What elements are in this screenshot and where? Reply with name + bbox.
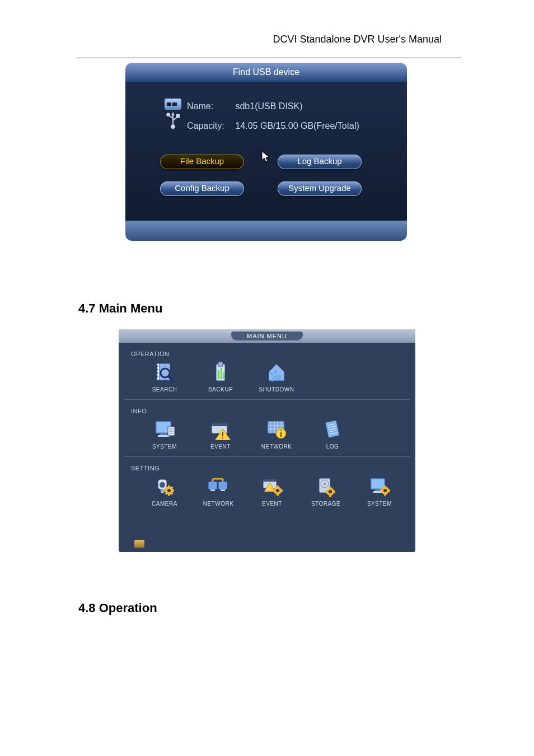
- category-info: INFO: [131, 408, 415, 414]
- event-setting-item[interactable]: EVENT: [256, 476, 288, 507]
- category-setting: SETTING: [131, 465, 415, 472]
- dialog-body: Name: sdb1(USB DISK) Capacity: 14.05 GB/…: [125, 82, 407, 221]
- svg-line-63: [171, 493, 172, 494]
- network-info-label: NETWORK: [261, 444, 292, 450]
- backup-item[interactable]: BACKUP: [205, 362, 236, 393]
- horizontal-rule: [76, 58, 461, 58]
- svg-rect-3: [177, 115, 180, 118]
- svg-rect-93: [372, 479, 384, 488]
- storage-setting-label: STORAGE: [311, 501, 340, 507]
- divider: [124, 456, 410, 457]
- svg-rect-27: [158, 435, 169, 437]
- svg-rect-37: [222, 437, 223, 438]
- svg-rect-46: [280, 430, 282, 431]
- system-info-label: SYSTEM: [152, 444, 177, 450]
- log-item[interactable]: LOG: [317, 419, 348, 450]
- svg-rect-34: [212, 423, 227, 426]
- shutdown-icon: [264, 362, 289, 383]
- svg-rect-17: [221, 368, 222, 379]
- network-setting-icon: [206, 476, 231, 497]
- dialog-title: Find USB device: [125, 63, 407, 82]
- svg-point-10: [157, 372, 158, 374]
- name-value: sdb1(USB DISK): [235, 101, 302, 111]
- find-usb-dialog: Find USB device Name:: [125, 63, 407, 241]
- network-info-item[interactable]: NETWORK: [261, 419, 292, 450]
- svg-line-62: [166, 487, 167, 488]
- svg-rect-68: [218, 482, 227, 489]
- system-info-icon: [152, 419, 177, 440]
- svg-rect-73: [221, 489, 225, 491]
- svg-rect-56: [161, 489, 164, 493]
- svg-point-8: [157, 366, 158, 367]
- name-label: Name:: [187, 101, 233, 111]
- svg-point-9: [157, 369, 158, 370]
- svg-rect-15: [218, 362, 223, 366]
- network-info-icon: [264, 419, 289, 440]
- system-upgrade-button[interactable]: System Upgrade: [278, 181, 362, 196]
- page-header: DCVI Standalone DVR User's Manual: [273, 34, 442, 45]
- svg-point-91: [329, 490, 332, 493]
- camera-setting-label: CAMERA: [152, 501, 177, 507]
- network-setting-label: NETWORK: [203, 501, 234, 507]
- svg-rect-18: [223, 372, 224, 379]
- name-row: Name: sdb1(USB DISK): [187, 101, 303, 111]
- titlebar-label: MAIN MENU: [231, 332, 303, 340]
- shutdown-label: SHUTDOWN: [259, 386, 294, 393]
- log-icon: [320, 419, 345, 440]
- svg-rect-26: [160, 433, 167, 435]
- svg-point-1: [171, 125, 175, 128]
- file-backup-button[interactable]: File Backup: [160, 155, 244, 169]
- system-info-item[interactable]: SYSTEM: [149, 419, 180, 450]
- svg-rect-75: [263, 479, 277, 482]
- svg-point-82: [276, 489, 279, 492]
- svg-line-65: [171, 487, 172, 488]
- storage-setting-item[interactable]: STORAGE: [310, 476, 341, 507]
- svg-rect-28: [168, 427, 175, 436]
- camera-setting-icon: [152, 476, 177, 497]
- svg-line-64: [166, 493, 167, 494]
- svg-marker-4: [171, 112, 175, 115]
- setting-row: CAMERA NETWORK: [119, 474, 415, 514]
- network-setting-item[interactable]: NETWORK: [203, 476, 234, 507]
- svg-rect-94: [375, 489, 381, 491]
- operation-row: SEARCH BACKUP: [119, 360, 415, 399]
- event-info-label: EVENT: [210, 444, 231, 450]
- section-4-8: 4.8 Operation: [78, 601, 157, 615]
- logout-icon[interactable]: [134, 540, 144, 548]
- log-label: LOG: [326, 444, 339, 450]
- search-icon: [152, 362, 177, 383]
- svg-point-11: [157, 376, 158, 377]
- system-setting-item[interactable]: SYSTEM: [364, 476, 395, 507]
- usb-icon: [165, 99, 181, 129]
- event-info-item[interactable]: EVENT: [205, 419, 236, 450]
- capacity-label: Capacity:: [187, 121, 233, 131]
- svg-rect-47: [280, 432, 282, 437]
- search-item[interactable]: SEARCH: [149, 362, 180, 393]
- svg-point-2: [167, 113, 170, 116]
- svg-point-19: [274, 370, 277, 374]
- svg-point-85: [324, 483, 326, 485]
- search-label: SEARCH: [152, 386, 177, 393]
- svg-point-55: [160, 482, 165, 488]
- category-operation: OPERATION: [131, 351, 415, 357]
- backup-label: BACKUP: [208, 386, 233, 393]
- dialog-footer: [125, 221, 407, 241]
- capacity-row: Capacity: 14.05 GB/15.00 GB(Free/Total): [187, 121, 359, 131]
- event-setting-label: EVENT: [262, 501, 282, 507]
- camera-setting-item[interactable]: CAMERA: [149, 476, 180, 507]
- event-setting-icon: [260, 476, 284, 497]
- svg-point-101: [383, 489, 387, 492]
- config-backup-button[interactable]: Config Backup: [160, 181, 244, 196]
- event-info-icon: [208, 419, 233, 440]
- storage-setting-icon: [313, 476, 338, 497]
- svg-marker-5: [262, 151, 269, 162]
- log-backup-button[interactable]: Log Backup: [278, 155, 362, 169]
- svg-rect-36: [222, 432, 223, 436]
- system-setting-icon: [367, 476, 392, 497]
- svg-point-66: [167, 489, 171, 492]
- shutdown-item[interactable]: SHUTDOWN: [261, 362, 292, 393]
- main-menu-window: MAIN MENU OPERATION SEARCH: [119, 329, 415, 552]
- svg-rect-67: [208, 482, 217, 489]
- section-4-7: 4.7 Main Menu: [78, 301, 162, 316]
- capacity-value: 14.05 GB/15.00 GB(Free/Total): [235, 121, 359, 130]
